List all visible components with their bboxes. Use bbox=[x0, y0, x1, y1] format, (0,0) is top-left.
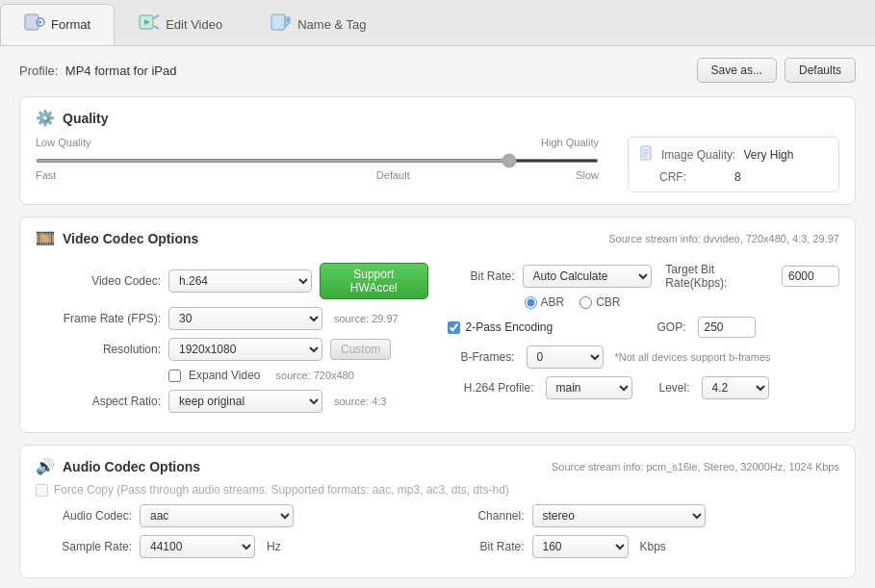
crf-label: CRF: bbox=[659, 170, 698, 184]
channel-row: Channel: stereo bbox=[448, 504, 840, 527]
video-codec-right: Bit Rate: Auto Calculate Target Bit Rate… bbox=[448, 263, 840, 421]
video-source-info: Source stream info: dvvideo, 720x480, 4:… bbox=[608, 233, 839, 244]
speaker-icon: 🔊 bbox=[36, 457, 55, 475]
edit-video-tab-icon bbox=[139, 13, 160, 37]
audio-bitrate-select[interactable]: 160 bbox=[532, 535, 629, 558]
quality-title: Quality bbox=[63, 111, 108, 126]
video-codec-select[interactable]: h.264 bbox=[168, 269, 312, 293]
aspect-ratio-select[interactable]: keep original bbox=[168, 390, 322, 413]
audio-source-info: Source stream info: pcm_s16le, Stereo, 3… bbox=[552, 461, 839, 473]
gop-label: GOP: bbox=[657, 320, 686, 334]
svg-point-2 bbox=[39, 21, 42, 24]
force-copy-row: Force Copy (Pass through audio streams. … bbox=[36, 483, 839, 497]
two-pass-checkbox[interactable] bbox=[448, 321, 460, 334]
expand-video-row: Expand Video source: 720x480 bbox=[168, 369, 428, 382]
bitrate-select[interactable]: Auto Calculate bbox=[523, 265, 653, 288]
audio-codec-header: 🔊 Audio Codec Options bbox=[36, 457, 200, 475]
channel-select[interactable]: stereo bbox=[532, 504, 706, 527]
image-quality-value: Very High bbox=[743, 148, 793, 162]
gop-input[interactable] bbox=[698, 317, 756, 338]
abr-radio-item: ABR bbox=[525, 295, 565, 309]
quality-gear-icon: ⚙️ bbox=[36, 109, 55, 127]
video-codec-row: Video Codec: h.264 Support HWAccel bbox=[36, 263, 428, 299]
profile-row: Profile: MP4 format for iPad Save as... … bbox=[19, 58, 856, 83]
quality-slider-area: Low Quality High Quality Fast Default Sl… bbox=[36, 137, 599, 181]
force-copy-label: Force Copy (Pass through audio streams. … bbox=[54, 483, 509, 497]
tab-edit-video[interactable]: Edit Video bbox=[115, 4, 246, 45]
target-bitrate-input[interactable] bbox=[782, 266, 839, 287]
resolution-source: source: 720x480 bbox=[276, 370, 354, 381]
tab-name-tag-label: Name & Tag bbox=[297, 17, 366, 32]
level-label: Level: bbox=[659, 381, 690, 395]
profile-value: MP4 format for iPad bbox=[65, 64, 177, 78]
format-tab-icon bbox=[24, 13, 45, 37]
two-pass-label: 2-Pass Encoding bbox=[466, 320, 553, 334]
save-as-button[interactable]: Save as... bbox=[697, 58, 777, 83]
film-reel-icon: 🎞️ bbox=[36, 229, 55, 247]
tab-format-label: Format bbox=[51, 17, 90, 32]
quality-right: Image Quality: Very High CRF: 8 bbox=[628, 137, 839, 192]
audio-right: Channel: stereo Bit Rate: 160 Kbps bbox=[448, 504, 840, 566]
bitrate-row: Bit Rate: Auto Calculate Target Bit Rate… bbox=[448, 263, 840, 290]
h264-profile-select[interactable]: main bbox=[546, 376, 632, 399]
profile-label: Profile: bbox=[19, 64, 58, 78]
crf-value: 8 bbox=[734, 170, 741, 184]
svg-line-9 bbox=[154, 15, 159, 18]
bitrate-label: Bit Rate: bbox=[448, 269, 515, 283]
frame-rate-source: source: 29.97 bbox=[334, 313, 399, 324]
audio-codec-title: Audio Codec Options bbox=[63, 459, 200, 474]
fast-label: Fast bbox=[36, 169, 56, 181]
audio-codec-label: Audio Codec: bbox=[36, 509, 132, 523]
cbr-radio-item: CBR bbox=[579, 295, 620, 309]
quality-section: ⚙️ Quality Low Quality High Quality Fast… bbox=[19, 96, 856, 205]
defaults-button[interactable]: Defaults bbox=[785, 58, 856, 83]
audio-codec-select[interactable]: aac bbox=[140, 504, 294, 527]
frame-rate-select[interactable]: 30 bbox=[168, 307, 322, 330]
resolution-row: Resolution: 1920x1080 Custom bbox=[36, 338, 428, 361]
slow-label: Slow bbox=[576, 169, 599, 181]
level-select[interactable]: 4.2 bbox=[702, 376, 769, 399]
cbr-label: CBR bbox=[596, 295, 620, 309]
sample-rate-select[interactable]: 44100 bbox=[140, 535, 255, 558]
default-label: Default bbox=[376, 169, 410, 181]
two-pass-gop-row: 2-Pass Encoding GOP: bbox=[448, 317, 840, 338]
tab-edit-video-label: Edit Video bbox=[166, 17, 222, 32]
h264-profile-row: H.264 Profile: main Level: 4.2 bbox=[448, 376, 840, 399]
hwaccel-button[interactable]: Support HWAccel bbox=[320, 263, 427, 299]
video-codec-title: Video Codec Options bbox=[63, 231, 198, 246]
profile-info: Profile: MP4 format for iPad bbox=[19, 64, 176, 78]
svg-line-10 bbox=[154, 26, 159, 29]
quality-header: ⚙️ Quality bbox=[36, 109, 839, 127]
crf-row: CRF: 8 bbox=[659, 170, 827, 184]
doc-icon bbox=[640, 145, 654, 165]
video-codec-header-row: 🎞️ Video Codec Options Source stream inf… bbox=[36, 229, 839, 247]
video-codec-header: 🎞️ Video Codec Options bbox=[36, 229, 198, 247]
quality-slider[interactable] bbox=[36, 159, 599, 163]
abr-radio[interactable] bbox=[525, 296, 537, 309]
force-copy-checkbox[interactable] bbox=[36, 484, 48, 497]
h264-profile-label: H.264 Profile: bbox=[448, 381, 534, 395]
audio-bitrate-row: Bit Rate: 160 Kbps bbox=[448, 535, 840, 558]
main-content: Profile: MP4 format for iPad Save as... … bbox=[0, 46, 875, 588]
frame-rate-row: Frame Rate (FPS): 30 source: 29.97 bbox=[36, 307, 428, 330]
bframes-label: B-Frames: bbox=[448, 350, 515, 364]
quality-labels-bottom: Fast Default Slow bbox=[36, 169, 599, 181]
video-codec-label: Video Codec: bbox=[36, 274, 161, 288]
bframes-row: B-Frames: 0 *Not all devices support b-f… bbox=[448, 345, 840, 369]
cbr-radio[interactable] bbox=[579, 296, 592, 309]
audio-left: Audio Codec: aac Sample Rate: 44100 Hz bbox=[36, 504, 428, 566]
audio-codec-row: Audio Codec: aac bbox=[36, 504, 428, 527]
tab-bar: Format Edit Video Name & Tag bbox=[0, 0, 875, 46]
frame-rate-label: Frame Rate (FPS): bbox=[36, 312, 161, 325]
tab-format[interactable]: Format bbox=[0, 4, 115, 45]
name-tag-tab-icon bbox=[270, 13, 292, 37]
expand-video-checkbox[interactable] bbox=[168, 370, 181, 382]
audio-codec-section: 🔊 Audio Codec Options Source stream info… bbox=[19, 445, 856, 578]
video-codec-split: Video Codec: h.264 Support HWAccel Frame… bbox=[36, 263, 839, 421]
aspect-source: source: 4:3 bbox=[334, 396, 386, 407]
custom-button[interactable]: Custom bbox=[330, 339, 391, 360]
bframes-select[interactable]: 0 bbox=[527, 345, 604, 369]
tab-name-tag[interactable]: Name & Tag bbox=[246, 4, 390, 45]
abr-label: ABR bbox=[541, 295, 565, 309]
resolution-select[interactable]: 1920x1080 bbox=[168, 338, 322, 361]
